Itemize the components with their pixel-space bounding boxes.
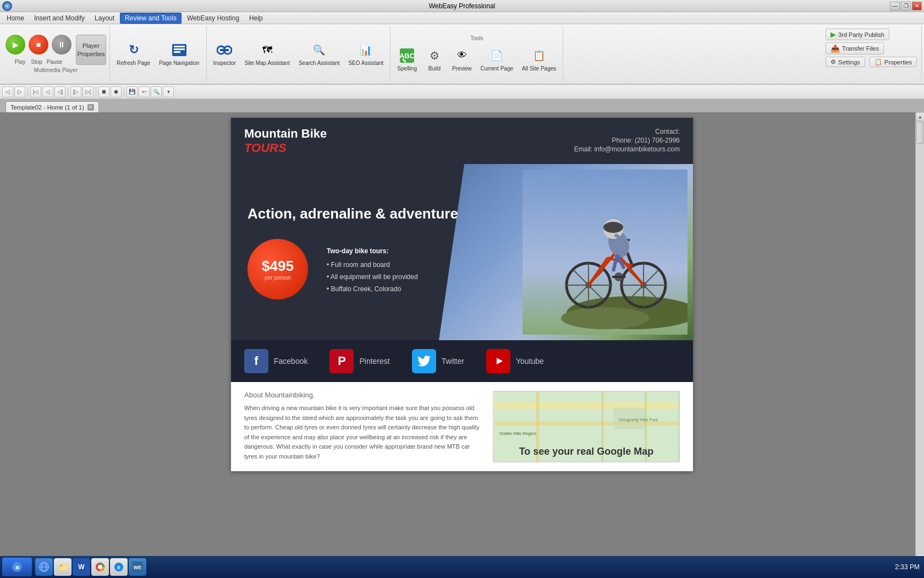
twitter-link[interactable]: Twitter — [412, 349, 464, 373]
nav-save-btn[interactable]: 💾 — [127, 86, 138, 97]
svg-point-58 — [98, 565, 102, 569]
nav-options-btn[interactable]: ▾ — [163, 86, 174, 97]
current-page-button[interactable]: Current Page — [477, 45, 516, 74]
taskbar-webeasy-icon[interactable]: WE — [129, 558, 146, 576]
taskbar: ⊞ 📁 W e WE 2:33 PM — [0, 556, 924, 578]
svg-rect-2 — [174, 46, 185, 47]
taskbar-word-icon[interactable]: W — [73, 558, 90, 576]
nav-next-btn[interactable]: |▷ — [70, 86, 81, 97]
taskbar-ie-icon[interactable] — [35, 558, 53, 576]
nav-prev-btn[interactable]: ◁ — [42, 86, 53, 97]
play-label: Play — [15, 59, 25, 65]
contact-label: Contact: — [574, 128, 680, 135]
nav-step-prev-btn[interactable]: ◁| — [54, 86, 65, 97]
facebook-label: Facebook — [274, 357, 307, 366]
start-button[interactable]: ⊞ — [2, 558, 32, 576]
facebook-icon: f — [244, 349, 268, 373]
refresh-button[interactable]: Refresh Page — [113, 39, 153, 69]
menu-help[interactable]: Help — [245, 13, 267, 23]
taskbar-right: 2:33 PM — [895, 563, 920, 571]
inspector-button[interactable]: Inspector — [210, 39, 239, 69]
menu-layout[interactable]: Layout — [90, 13, 119, 23]
nav-undo-btn[interactable]: ↩ — [139, 86, 150, 97]
site-header: Mountain Bike TOURS Contact: Phone: (201… — [231, 118, 693, 164]
spelling-button[interactable]: ABC Spelling — [394, 45, 420, 74]
nav-forward-btn[interactable]: ▷ — [14, 86, 25, 97]
taskbar-ie2-icon[interactable]: e — [110, 558, 128, 576]
title-text: WebEasy Professional — [429, 2, 496, 10]
play-button[interactable] — [6, 35, 25, 54]
svg-rect-3 — [174, 48, 185, 50]
player-properties-button[interactable]: Player Properties — [76, 35, 106, 65]
about-section: About Mountainbiking. When driving a new… — [231, 382, 693, 471]
app-logo — [2, 1, 12, 11]
pinterest-link[interactable]: P Pinterest — [329, 349, 389, 373]
stop-button[interactable] — [29, 35, 48, 54]
build-button[interactable]: Build — [422, 45, 447, 74]
nav-stop-btn[interactable]: ⏹ — [98, 86, 109, 97]
tour-feature-2: • All equipment will be provided — [327, 271, 418, 283]
contact-info: Contact: Phone: (201) 706-2996 Email: in… — [574, 128, 680, 154]
all-pages-button[interactable]: All Site Pages — [519, 45, 559, 74]
svg-point-37 — [603, 222, 623, 233]
tour-desc-title: Two-day bike tours: — [327, 246, 418, 258]
sitemap-button[interactable]: Site Map Assistant — [241, 39, 293, 69]
pause-button[interactable]: ⏸ — [52, 35, 72, 54]
scroll-up-button[interactable]: ▲ — [916, 112, 924, 121]
settings-button[interactable]: ⚙ Settings — [826, 57, 865, 67]
hero-headline: Action, adrenaline & adventure — [248, 205, 458, 222]
bike-illustration — [522, 170, 688, 335]
map-placeholder: Dougherty Hills Park Dublin Hills Region… — [493, 391, 680, 462]
price-circle: $495 per person — [248, 239, 308, 299]
menu-home[interactable]: Home — [2, 13, 29, 23]
svg-rect-7 — [220, 49, 229, 51]
nav-record-btn[interactable]: ⏺ — [111, 86, 122, 97]
menu-webeasy[interactable]: WebEasy Hosting — [183, 13, 244, 23]
scroll-thumb[interactable] — [916, 122, 924, 144]
seo-button[interactable]: SEO Assistant — [345, 39, 387, 69]
toolbar: ⏸ Play Stop Pause Player Properties — [0, 24, 924, 85]
about-body: When driving a new mountain bike it is v… — [244, 403, 482, 462]
svg-text:⊞: ⊞ — [15, 565, 19, 570]
right-scrollbar: ▲ ▼ — [915, 112, 924, 563]
site-logo: Mountain Bike TOURS — [244, 127, 327, 155]
nav-toolbar: ◁ ▷ |◁ ◁ ◁| |▷ ▷| ⏹ ⏺ 💾 ↩ 🔍 ▾ — [0, 85, 924, 99]
pause-label: Pause — [47, 59, 62, 65]
nav-back-btn[interactable]: ◁ — [2, 86, 13, 97]
page-navigation-button[interactable]: Page Navigation — [156, 39, 202, 69]
svg-text:WE: WE — [134, 565, 142, 570]
about-text-area: About Mountainbiking. When driving a new… — [244, 391, 482, 462]
transfer-files-button[interactable]: 📤 Transfer Files — [826, 42, 884, 54]
stop-label: Stop — [31, 59, 42, 65]
tools-group1: Inspector Site Map Assistant Search Assi… — [207, 26, 391, 81]
facebook-link[interactable]: f Facebook — [244, 349, 307, 373]
taskbar-folder-icon[interactable]: 📁 — [54, 558, 72, 576]
svg-point-12 — [561, 307, 649, 329]
publish-button[interactable]: ▶ 3rd Party Publish — [826, 29, 889, 40]
nav-search-btn[interactable]: 🔍 — [151, 86, 162, 97]
hero-background — [439, 164, 693, 340]
menu-review[interactable]: Review and Tools — [120, 13, 182, 24]
menubar: Home Insert and Modify Layout Review and… — [0, 12, 924, 24]
twitter-label: Twitter — [442, 357, 464, 366]
minimize-btn[interactable]: — — [890, 2, 900, 10]
tab-label: Template02 - Home (1 of 1) — [10, 104, 84, 111]
maximize-btn[interactable]: ❐ — [901, 2, 911, 10]
search-button[interactable]: Search Assistant — [295, 39, 343, 69]
map-label: To see your real Google Map — [519, 446, 654, 457]
tab-close-button[interactable]: ✕ — [87, 104, 94, 111]
taskbar-chrome-icon[interactable] — [91, 558, 109, 576]
nav-first-btn[interactable]: |◁ — [30, 86, 41, 97]
clock-time: 2:33 PM — [895, 563, 920, 571]
active-tab[interactable]: Template02 - Home (1 of 1) ✕ — [6, 101, 99, 112]
svg-rect-4 — [174, 51, 180, 53]
menu-insert[interactable]: Insert and Modify — [30, 13, 89, 23]
preview-button[interactable]: Preview — [449, 45, 475, 74]
svg-text:ABC: ABC — [399, 52, 415, 60]
youtube-link[interactable]: Youtube — [486, 349, 544, 373]
refresh-nav-group: Refresh Page Page Navigation — [110, 26, 207, 81]
hero-description: Two-day bike tours: • Full room and boar… — [327, 246, 418, 295]
close-btn[interactable]: ✕ — [912, 2, 922, 10]
nav-last-btn[interactable]: ▷| — [82, 86, 94, 97]
properties-button[interactable]: 📋 Properties — [870, 57, 917, 67]
